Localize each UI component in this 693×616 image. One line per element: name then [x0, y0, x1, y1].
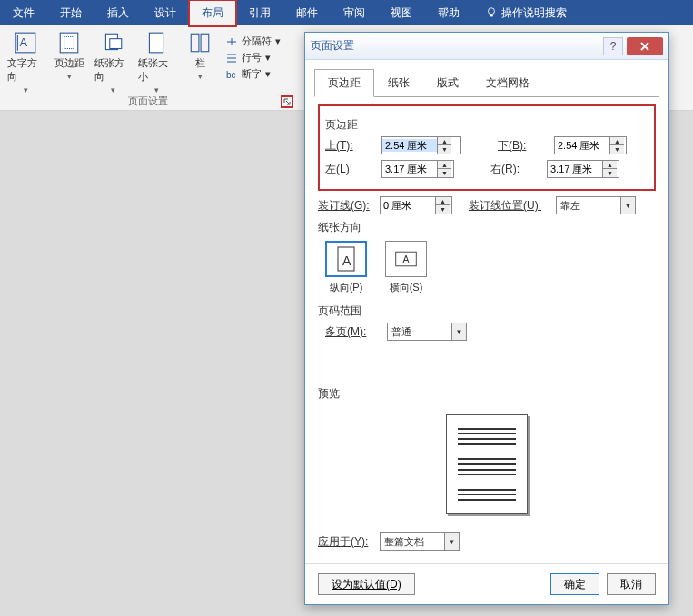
bottom-label: 下(B): [498, 138, 549, 154]
dialog-footer: 设为默认值(D) 确定 取消 [305, 563, 668, 604]
breaks-button[interactable]: 分隔符 ▾ [225, 35, 281, 48]
apply-to-label: 应用于(Y): [318, 534, 374, 550]
svg-rect-10 [201, 34, 209, 52]
left-label: 左(L): [325, 162, 376, 177]
tab-help[interactable]: 帮助 [425, 0, 472, 26]
bottom-margin-input[interactable]: ▲▼ [554, 136, 627, 154]
portrait-option[interactable]: A 纵向(P) [325, 241, 367, 294]
svg-text:A: A [342, 253, 351, 268]
line-numbers-button[interactable]: 行号 ▾ [225, 51, 281, 65]
ok-button[interactable]: 确定 [550, 573, 599, 595]
svg-rect-9 [191, 34, 199, 52]
tab-references[interactable]: 引用 [236, 0, 283, 26]
gutter-label: 装订线(G): [318, 198, 374, 214]
svg-text:A: A [403, 254, 410, 264]
ribbon-tabs: 文件 开始 插入 设计 布局 引用 邮件 审阅 视图 帮助 操作说明搜索 [0, 0, 693, 25]
landscape-icon: A [394, 245, 418, 273]
help-button[interactable]: ? [603, 37, 623, 55]
right-margin-input[interactable]: ▲▼ [547, 160, 619, 178]
page-setup-dialog: 页面设置 ? 页边距 纸张 版式 文档网格 页边距 上(T): ▲▼ 下(B):… [304, 32, 669, 605]
chevron-down-icon: ▼ [451, 323, 466, 340]
gutter-input[interactable]: ▲▼ [380, 196, 452, 214]
line-numbers-icon [225, 52, 238, 65]
dialog-title: 页面设置 [311, 38, 603, 54]
portrait-icon: A [334, 245, 358, 273]
page-setup-launcher[interactable] [281, 95, 293, 108]
columns-icon [188, 31, 212, 55]
spin-up-icon[interactable]: ▲ [438, 137, 451, 145]
margins-highlight-box: 页边距 上(T): ▲▼ 下(B): ▲▼ 左(L): ▲▼ 右(R): ▲▼ [318, 104, 656, 191]
multi-pages-label: 多页(M): [325, 324, 381, 340]
landscape-option[interactable]: A 横向(S) [385, 241, 427, 294]
orientation-button[interactable]: 纸张方向▾ [94, 31, 131, 94]
preview-area [318, 405, 656, 523]
svg-rect-8 [149, 33, 163, 53]
tab-design[interactable]: 设计 [142, 0, 189, 26]
margins-section-label: 页边距 [325, 117, 648, 133]
lightbulb-icon [485, 6, 498, 19]
pages-section-label: 页码范围 [318, 303, 656, 319]
text-direction-button[interactable]: A 文字方向▾ [7, 31, 44, 94]
preview-section-label: 预览 [318, 386, 656, 402]
text-direction-icon: A [14, 31, 37, 55]
group-page-setup: A 文字方向▾ 页边距▾ 纸张方向▾ 纸张大小▾ 栏▾ 分隔符 ▾ 行号 ▾ [0, 25, 295, 110]
tab-review[interactable]: 审阅 [331, 0, 378, 26]
launcher-icon [282, 97, 292, 106]
margins-button[interactable]: 页边距▾ [51, 31, 87, 94]
gutter-pos-label: 装订线位置(U): [469, 198, 550, 214]
breaks-icon [225, 35, 238, 48]
svg-text:bc: bc [226, 70, 236, 80]
group-label: 页面设置 [0, 94, 295, 108]
svg-point-0 [489, 8, 495, 15]
chevron-down-icon: ▼ [444, 533, 459, 550]
set-default-button[interactable]: 设为默认值(D) [318, 573, 415, 595]
columns-button[interactable]: 栏▾ [182, 31, 218, 94]
apply-to-select[interactable]: 整篇文档▼ [380, 532, 460, 551]
tab-file[interactable]: 文件 [0, 0, 47, 26]
dialog-titlebar: 页面设置 ? [305, 33, 668, 60]
spin-down-icon[interactable]: ▼ [438, 145, 451, 154]
svg-rect-1 [490, 15, 493, 17]
dlg-tab-layout[interactable]: 版式 [423, 69, 472, 97]
orientation-icon [101, 31, 124, 55]
margins-icon [57, 31, 81, 55]
orientation-section-label: 纸张方向 [318, 220, 656, 235]
close-button[interactable] [627, 37, 663, 55]
cancel-button[interactable]: 取消 [607, 573, 656, 595]
size-icon [144, 31, 168, 55]
tab-layout[interactable]: 布局 [189, 0, 236, 26]
dlg-tab-margins[interactable]: 页边距 [314, 69, 374, 97]
right-label: 右(R): [490, 162, 541, 177]
tab-insert[interactable]: 插入 [94, 0, 142, 26]
top-label: 上(T): [325, 138, 376, 154]
multi-pages-select[interactable]: 普通▼ [387, 323, 467, 341]
svg-rect-4 [60, 33, 78, 53]
svg-rect-7 [110, 39, 122, 49]
hyphenation-button[interactable]: bc断字 ▾ [225, 67, 281, 81]
hyphenation-icon: bc [225, 68, 238, 81]
close-icon [639, 41, 650, 52]
gutter-pos-select[interactable]: 靠左▼ [556, 196, 636, 214]
tab-mailings[interactable]: 邮件 [283, 0, 331, 26]
preview-page-icon [446, 414, 528, 514]
dlg-tab-paper[interactable]: 纸张 [374, 69, 423, 97]
svg-text:A: A [20, 35, 28, 49]
dlg-tab-grid[interactable]: 文档网格 [472, 69, 543, 97]
tab-home[interactable]: 开始 [47, 0, 94, 26]
chevron-down-icon: ▼ [620, 197, 635, 214]
tell-me-search[interactable]: 操作说明搜索 [472, 0, 579, 26]
dialog-tabs: 页边距 纸张 版式 文档网格 [305, 60, 668, 97]
tab-view[interactable]: 视图 [378, 0, 425, 26]
size-button[interactable]: 纸张大小▾ [138, 31, 174, 94]
left-margin-input[interactable]: ▲▼ [381, 160, 454, 178]
top-margin-input[interactable]: ▲▼ [381, 136, 461, 154]
